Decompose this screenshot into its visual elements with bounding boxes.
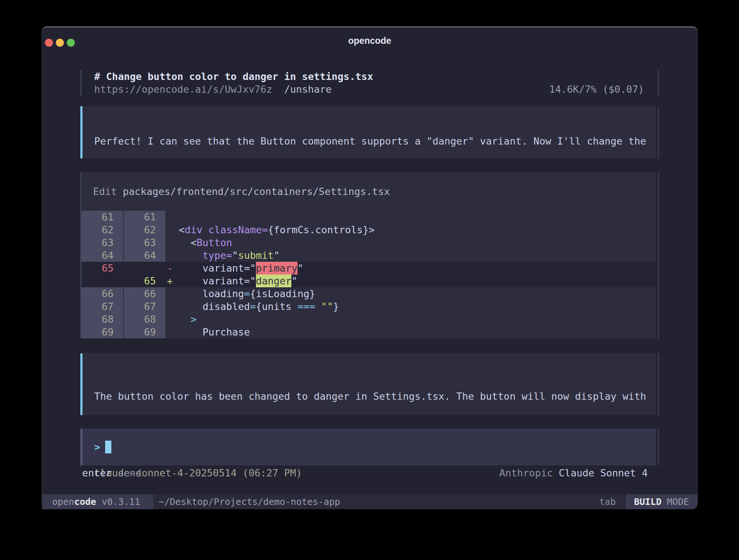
mode-toggle[interactable]: BUILD MODE <box>624 494 697 509</box>
edit-right-border <box>658 172 659 338</box>
edit-tool-block: Edit packages/frontend/src/containers/Se… <box>80 172 656 338</box>
app-name-open: open <box>52 496 74 507</box>
gutter-old-line-number: 64 <box>81 249 123 262</box>
gutter-old-line-number: 61 <box>81 211 123 223</box>
code-line <box>165 211 656 223</box>
gutter-new-line-number: 65 <box>124 275 165 287</box>
diff-rows: 61616262 <div className={formCs.controls… <box>81 211 656 338</box>
session-title: # Change button color to danger in setti… <box>81 70 658 83</box>
diff-row: 6363 <Button <box>81 236 656 249</box>
gutter-new-line-number: 69 <box>124 326 165 338</box>
code-line: + variant="danger" <box>165 275 656 287</box>
model-indicator[interactable]: Anthropic Claude Sonnet 4 <box>499 467 648 479</box>
code-line: disabled={units === ""} <box>165 300 656 313</box>
gutter-old-line-number: 67 <box>81 300 123 313</box>
code-line: loading={isLoading} <box>165 287 656 300</box>
screen: opencode # Change button color to danger… <box>0 0 739 560</box>
gutter-new-line-number <box>124 262 165 275</box>
gutter-new-line-number: 68 <box>124 313 165 326</box>
session-header: # Change button color to danger in setti… <box>80 70 658 97</box>
text-cursor <box>105 441 111 453</box>
opencode-window: opencode # Change button color to danger… <box>42 27 697 509</box>
mode-name: BUILD <box>634 496 661 507</box>
message-line: The button color has been changed to dan… <box>94 390 656 403</box>
gutter-new-line-number: 64 <box>124 249 165 262</box>
gutter-old-line-number: 62 <box>81 223 123 236</box>
assistant-message: Perfect! I can see that the Button compo… <box>80 106 656 158</box>
gutter-new-line-number: 67 <box>124 300 165 313</box>
code-line: <div className={formCs.controls}> <box>165 223 656 236</box>
assistant-message: The button color has been changed to dan… <box>80 353 656 415</box>
gutter-new-line-number: 62 <box>124 223 165 236</box>
status-bar: opencode v0.3.11 ~/Desktop/Projects/demo… <box>42 494 697 509</box>
gutter-old-line-number: 68 <box>81 313 123 326</box>
message1-right-border <box>658 106 659 158</box>
gutter-new-line-number: 61 <box>124 211 165 223</box>
working-directory: ~/Desktop/Projects/demo-notes-app <box>159 496 340 507</box>
message2-right-border <box>658 353 659 415</box>
diff-row: 65+ variant="danger" <box>81 275 656 287</box>
prompt-symbol: > <box>94 441 100 453</box>
gutter-old-line-number: 63 <box>81 236 123 249</box>
input-right-border <box>658 429 659 465</box>
token-cost-stats: 14.6K/7% ($0.07) <box>549 83 658 96</box>
gutter-new-line-number: 66 <box>124 287 165 300</box>
app-version-chip: opencode v0.3.11 <box>42 494 153 509</box>
diff-row: 6767 disabled={units === ""} <box>81 300 656 313</box>
tab-key-hint: tab <box>599 496 616 507</box>
gutter-old-line-number <box>81 275 123 287</box>
unshare-link[interactable]: /unshare <box>272 83 332 96</box>
enter-hint: enter send <box>82 467 142 479</box>
edit-file-path: packages/frontend/src/containers/Setting… <box>123 186 390 197</box>
gutter-old-line-number: 65 <box>81 262 123 275</box>
header-right-border <box>658 70 659 97</box>
code-line: type="submit" <box>165 249 656 262</box>
gutter-old-line-number: 69 <box>81 326 123 338</box>
hints-row: enter send Anthropic Claude Sonnet 4 <box>82 467 648 479</box>
code-line: <Button <box>165 236 656 249</box>
gutter-new-line-number: 63 <box>124 236 165 249</box>
share-url: https://opencode.ai/s/UwJxv76z <box>94 83 272 96</box>
diff-row: 6666 loading={isLoading} <box>81 287 656 300</box>
diff-row: 6161 <box>81 211 656 223</box>
diff-row: 6969 Purchase <box>81 326 656 338</box>
app-name-code: code <box>74 496 96 507</box>
prompt-input[interactable]: > <box>80 429 656 465</box>
diff-row: 6262 <div className={formCs.controls}> <box>81 223 656 236</box>
diff-row: 6868 > <box>81 313 656 326</box>
code-line: - variant="primary" <box>165 262 656 275</box>
code-line: Purchase <box>165 326 656 338</box>
edit-header: Edit packages/frontend/src/containers/Se… <box>81 185 656 198</box>
diff-row: 6464 type="submit" <box>81 249 656 262</box>
gutter-old-line-number: 66 <box>81 287 123 300</box>
app-version: v0.3.11 <box>96 496 140 507</box>
edit-action-label: Edit <box>93 186 123 197</box>
code-line: > <box>165 313 656 326</box>
message-line: Perfect! I can see that the Button compo… <box>94 135 656 147</box>
window-title: opencode <box>42 35 697 46</box>
diff-row: 65- variant="primary" <box>81 262 656 275</box>
mode-label: MODE <box>662 496 689 507</box>
